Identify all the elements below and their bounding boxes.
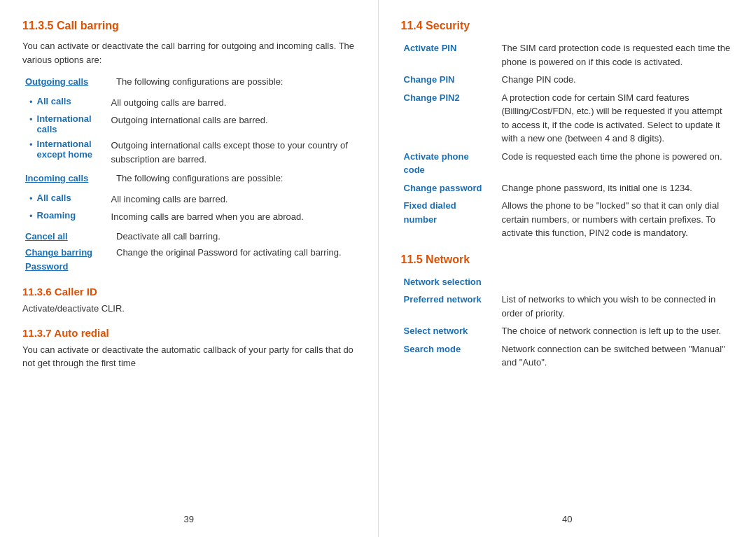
outgoing-calls-table: Outgoing calls The following configurati… [22, 74, 356, 90]
right-page: 11.4 Security Activate PIN The SIM card … [379, 0, 757, 537]
outgoing-intl-except-home-content: Internationalexcept home Outgoing intern… [37, 139, 356, 166]
outgoing-intl-calls-content: Internationalcalls Outgoing internationa… [37, 113, 356, 134]
outgoing-all-calls-content: All calls All outgoing calls are barred. [37, 96, 356, 110]
network-table: Network selection Preferred network List… [401, 273, 734, 372]
left-page: 11.3.5 Call barring You can activate or … [0, 0, 379, 537]
call-barring-section: 11.3.5 Call barring You can activate or … [22, 20, 356, 274]
search-mode-label: Search mode [404, 344, 461, 354]
activate-phone-code-row: Activate phonecode Code is requested eac… [401, 148, 734, 179]
incoming-all-calls-def: All incoming calls are barred. [111, 193, 228, 207]
incoming-roaming: • Roaming Incoming calls are barred when… [29, 210, 356, 224]
cancel-all-table: Cancel all Deactivate all call barring. … [22, 228, 356, 275]
incoming-calls-row: Incoming calls The following configurati… [22, 170, 356, 187]
change-pin2-label: Change PIN2 [404, 92, 460, 103]
select-network-row: Select network The choice of network con… [401, 322, 734, 340]
outgoing-intl-calls-term: Internationalcalls [37, 113, 107, 134]
activate-pin-row: Activate PIN The SIM card protection cod… [401, 39, 734, 71]
incoming-roaming-def: Incoming calls are barred when you are a… [111, 210, 304, 224]
outgoing-intl-calls: • Internationalcalls Outgoing internatio… [29, 113, 356, 134]
change-pin-row: Change PIN Change PIN code. [401, 71, 734, 89]
outgoing-intl-except-home: • Internationalexcept home Outgoing inte… [29, 139, 356, 166]
select-network-def: The choice of network connection is left… [499, 322, 734, 340]
security-table: Activate PIN The SIM card protection cod… [401, 39, 734, 242]
network-title: 11.5 Network [401, 253, 734, 266]
change-pin2-def: A protection code for certain SIM card f… [499, 89, 734, 148]
outgoing-calls-row: Outgoing calls The following configurati… [22, 74, 356, 90]
incoming-calls-label: Incoming calls [25, 173, 88, 183]
incoming-all-calls: • All calls All incoming calls are barre… [29, 193, 356, 207]
outgoing-calls-intro: The following configurations are possibl… [113, 74, 356, 90]
activate-pin-label: Activate PIN [404, 43, 457, 53]
change-pin2-row: Change PIN2 A protection code for certai… [401, 89, 734, 148]
activate-pin-def: The SIM card protection code is requeste… [499, 39, 734, 71]
preferred-network-label: Preferred network [404, 294, 482, 305]
right-page-number: 40 [562, 514, 572, 524]
incoming-roaming-term: Roaming [37, 210, 107, 224]
incoming-calls-table: Incoming calls The following configurati… [22, 170, 356, 187]
call-barring-title: 11.3.5 Call barring [22, 20, 356, 32]
outgoing-calls-label: Outgoing calls [25, 76, 88, 87]
activate-phone-code-def: Code is requested each time the phone is… [499, 148, 734, 179]
fixed-dialed-number-label: Fixed dialednumber [404, 200, 456, 225]
outgoing-all-calls-term: All calls [37, 96, 107, 110]
bullet-dot-2: • [29, 114, 33, 134]
fixed-dialed-number-def: Allows the phone to be "locked" so that … [499, 197, 734, 242]
preferred-network-row: Preferred network List of networks to wh… [401, 291, 734, 322]
network-selection-label: Network selection [404, 277, 482, 287]
incoming-bullet-list: • All calls All incoming calls are barre… [29, 193, 356, 224]
auto-redial-title: 11.3.7 Auto redial [22, 327, 356, 339]
bullet-dot-1: • [29, 97, 33, 110]
search-mode-row: Search mode Network connection can be sw… [401, 340, 734, 372]
caller-id-section: 11.3.6 Caller ID Activate/deactivate CLI… [22, 286, 356, 316]
incoming-roaming-content: Roaming Incoming calls are barred when y… [37, 210, 356, 224]
change-password-def: Change phone password, its initial one i… [499, 179, 734, 197]
network-section: 11.5 Network Network selection Preferred… [401, 253, 734, 372]
network-selection-def [499, 273, 734, 291]
call-barring-intro: You can activate or deactivate the call … [22, 39, 356, 67]
change-barring-row: Change barringPassword Change the origin… [22, 244, 356, 274]
incoming-all-calls-content: All calls All incoming calls are barred. [37, 193, 356, 207]
cancel-all-label: Cancel all [25, 231, 68, 242]
outgoing-bullet-list: • All calls All outgoing calls are barre… [29, 96, 356, 167]
change-barring-def: Change the original Password for activat… [113, 244, 356, 274]
incoming-calls-intro: The following configurations are possibl… [113, 170, 356, 187]
search-mode-def: Network connection can be switched betwe… [499, 340, 734, 372]
preferred-network-def: List of networks to which you wish to be… [499, 291, 734, 322]
left-page-number: 39 [184, 514, 194, 524]
select-network-label: Select network [404, 326, 468, 336]
outgoing-intl-except-home-def: Outgoing international calls except thos… [111, 139, 356, 166]
call-barring-number: 11.3.5 Call barring [22, 20, 119, 32]
outgoing-intl-except-home-term: Internationalexcept home [37, 139, 107, 166]
bullet-dot-5: • [29, 211, 33, 224]
cancel-all-def: Deactivate all call barring. [113, 228, 356, 245]
change-password-row: Change password Change phone password, i… [401, 179, 734, 197]
activate-phone-code-label: Activate phonecode [404, 151, 469, 176]
outgoing-intl-calls-def: Outgoing international calls are barred. [111, 113, 268, 134]
cancel-all-row: Cancel all Deactivate all call barring. [22, 228, 356, 245]
caller-id-text: Activate/deactivate CLIR. [22, 302, 356, 316]
change-barring-label: Change barringPassword [25, 247, 92, 272]
change-pin-def: Change PIN code. [499, 71, 734, 89]
security-section: 11.4 Security Activate PIN The SIM card … [401, 20, 734, 242]
auto-redial-text: You can activate or deactivate the autom… [22, 343, 356, 370]
fixed-dialed-number-row: Fixed dialednumber Allows the phone to b… [401, 197, 734, 242]
change-password-label: Change password [404, 183, 482, 193]
bullet-dot-4: • [29, 193, 33, 207]
incoming-all-calls-term: All calls [37, 193, 107, 207]
bullet-dot-3: • [29, 139, 33, 166]
auto-redial-section: 11.3.7 Auto redial You can activate or d… [22, 327, 356, 370]
outgoing-all-calls: • All calls All outgoing calls are barre… [29, 96, 356, 110]
security-title: 11.4 Security [401, 20, 734, 32]
outgoing-all-calls-def: All outgoing calls are barred. [111, 96, 227, 110]
caller-id-title: 11.3.6 Caller ID [22, 286, 356, 298]
network-selection-row: Network selection [401, 273, 734, 291]
change-pin-label: Change PIN [404, 74, 455, 85]
